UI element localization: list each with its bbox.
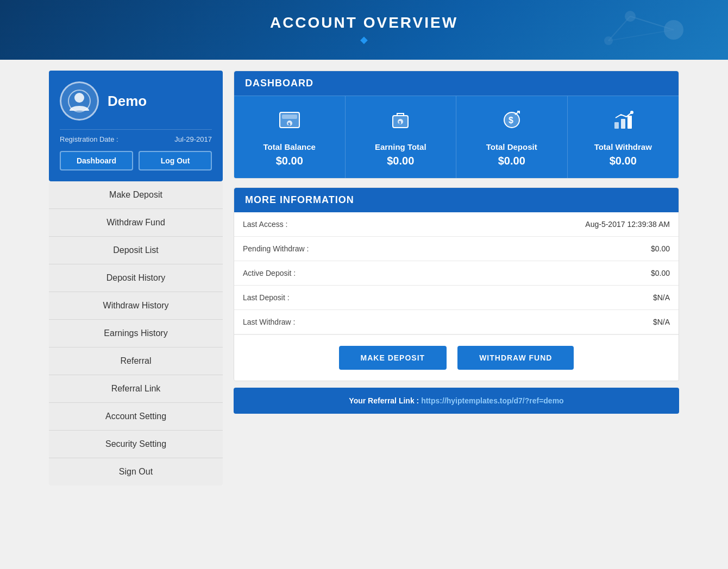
total-withdraw-icon (573, 107, 674, 138)
main-container: Demo Registration Date : Jul-29-2017 Das… (38, 71, 690, 485)
page-title: ACCOUNT OVERVIEW (270, 14, 458, 31)
total-withdraw-value: $0.00 (573, 155, 674, 167)
svg-line-4 (608, 16, 630, 41)
last-access-value: Aug-5-2017 12:39:38 AM (585, 220, 670, 229)
stat-total-withdraw: Total Withdraw $0.00 (568, 96, 679, 178)
total-balance-icon: $ (240, 107, 340, 138)
last-withdraw-value: $N/A (653, 318, 670, 326)
info-last-deposit: Last Deposit : $N/A (234, 286, 679, 310)
nav-referral[interactable]: Referral (49, 347, 223, 375)
pending-withdraw-label: Pending Withdraw : (243, 244, 309, 253)
nav-account-setting[interactable]: Account Setting (49, 403, 223, 431)
svg-text:$: $ (399, 120, 401, 125)
total-withdraw-label: Total Withdraw (573, 142, 674, 151)
profile-username: Demo (108, 93, 147, 110)
active-deposit-value: $0.00 (651, 269, 670, 277)
svg-rect-9 (282, 115, 297, 119)
nav-deposit-list[interactable]: Deposit List (49, 237, 223, 264)
profile-registration: Registration Date : Jul-29-2017 (60, 129, 212, 143)
active-deposit-label: Active Deposit : (243, 269, 296, 277)
nav-deposit-history[interactable]: Deposit History (49, 264, 223, 292)
main-content: DASHBOARD $ Total Balance $0.00 (234, 71, 679, 485)
dashboard-card: DASHBOARD $ Total Balance $0.00 (234, 71, 679, 179)
more-info-section: MORE INFORMATION Last Access : Aug-5-201… (234, 187, 679, 381)
last-deposit-value: $N/A (653, 293, 670, 302)
referral-url: https://hyiptemplates.top/d7/?ref=demo (421, 396, 564, 405)
svg-text:$: $ (288, 122, 291, 127)
svg-text:$: $ (509, 116, 513, 125)
stat-total-balance: $ Total Balance $0.00 (234, 96, 346, 178)
nav-earnings-history[interactable]: Earnings History (49, 320, 223, 347)
info-pending-withdraw: Pending Withdraw : $0.00 (234, 237, 679, 261)
last-access-label: Last Access : (243, 220, 287, 229)
svg-rect-18 (621, 119, 625, 129)
reg-label: Registration Date : (60, 135, 118, 143)
nav-sign-out[interactable]: Sign Out (49, 458, 223, 485)
earning-total-value: $0.00 (351, 155, 451, 167)
dashboard-title: DASHBOARD (234, 71, 679, 96)
profile-buttons: Dashboard Log Out (60, 151, 212, 170)
reg-date: Jul-29-2017 (174, 135, 212, 143)
profile-top: Demo (60, 81, 212, 121)
earning-total-label: Earning Total (351, 142, 451, 151)
logout-button[interactable]: Log Out (139, 151, 212, 170)
pending-withdraw-value: $0.00 (651, 244, 670, 253)
svg-rect-19 (627, 116, 632, 129)
info-active-deposit: Active Deposit : $0.00 (234, 261, 679, 286)
svg-line-5 (608, 30, 674, 41)
total-balance-label: Total Balance (240, 142, 340, 151)
svg-point-20 (630, 111, 633, 114)
referral-prefix: Your Referral Link : (349, 396, 419, 405)
header-decoration (576, 5, 695, 56)
withdraw-fund-button[interactable]: WITHDRAW FUND (457, 346, 574, 370)
svg-point-6 (74, 93, 84, 103)
nav-security-setting[interactable]: Security Setting (49, 431, 223, 458)
avatar (60, 81, 99, 121)
referral-bar: Your Referral Link : https://hyiptemplat… (234, 388, 679, 414)
sidebar: Demo Registration Date : Jul-29-2017 Das… (49, 71, 223, 485)
nav-withdraw-history[interactable]: Withdraw History (49, 292, 223, 320)
stat-earning-total: $ Earning Total $0.00 (346, 96, 457, 178)
page-header: ACCOUNT OVERVIEW ◆ (0, 0, 728, 60)
total-deposit-value: $0.00 (462, 155, 562, 167)
action-buttons: MAKE DEPOSIT WITHDRAW FUND (234, 334, 679, 381)
nav-withdraw-fund[interactable]: Withdraw Fund (49, 209, 223, 237)
info-last-withdraw: Last Withdraw : $N/A (234, 310, 679, 334)
make-deposit-button[interactable]: MAKE DEPOSIT (339, 346, 447, 370)
nav-referral-link[interactable]: Referral Link (49, 375, 223, 403)
diamond-decoration: ◆ (270, 34, 458, 46)
last-withdraw-label: Last Withdraw : (243, 318, 295, 326)
profile-card: Demo Registration Date : Jul-29-2017 Das… (49, 71, 223, 181)
dashboard-button[interactable]: Dashboard (60, 151, 133, 170)
total-deposit-label: Total Deposit (462, 142, 562, 151)
last-deposit-label: Last Deposit : (243, 293, 290, 302)
svg-rect-17 (614, 122, 619, 129)
nav-make-deposit[interactable]: Make Deposit (49, 181, 223, 209)
total-deposit-icon: $ (462, 107, 562, 138)
more-info-title: MORE INFORMATION (234, 188, 679, 212)
info-last-access: Last Access : Aug-5-2017 12:39:38 AM (234, 212, 679, 237)
stats-row: $ Total Balance $0.00 $ (234, 96, 679, 178)
earning-total-icon: $ (351, 107, 451, 138)
nav-menu: Make Deposit Withdraw Fund Deposit List … (49, 181, 223, 485)
total-balance-value: $0.00 (240, 155, 340, 167)
stat-total-deposit: $ Total Deposit $0.00 (456, 96, 568, 178)
